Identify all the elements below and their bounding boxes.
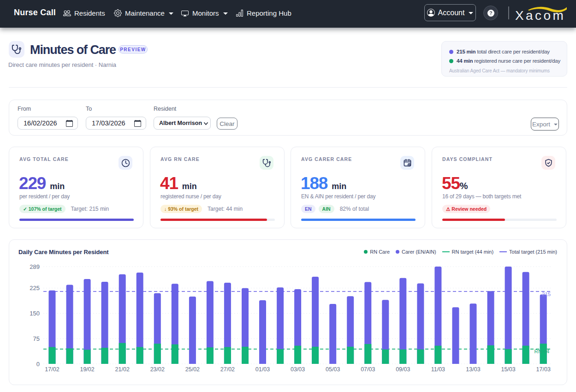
svg-text:25/02: 25/02 [185,366,200,373]
svg-text:27/02: 27/02 [220,366,235,373]
svg-text:RN 44: RN 44 [534,349,550,354]
svg-text:13/03: 13/03 [466,366,480,373]
svg-text:225: 225 [30,285,40,291]
svg-text:15/03: 15/03 [501,366,515,373]
svg-text:289: 289 [30,263,40,270]
svg-text:Xacom: Xacom [515,8,565,23]
svg-text:09/03: 09/03 [396,366,410,373]
svg-text:19/02: 19/02 [80,366,94,373]
svg-text:03/03: 03/03 [291,366,305,373]
svg-text:17/03: 17/03 [536,366,551,373]
svg-text:17/02: 17/02 [45,366,59,373]
svg-text:23/02: 23/02 [150,366,165,373]
svg-text:11/03: 11/03 [431,366,445,373]
svg-text:07/03: 07/03 [361,366,375,373]
svg-text:05/03: 05/03 [326,366,340,373]
svg-text:75: 75 [33,335,40,342]
svg-text:21/02: 21/02 [115,366,130,373]
svg-text:150: 150 [30,310,40,317]
svg-text:0: 0 [36,361,40,368]
svg-text:01/03: 01/03 [255,366,270,373]
svg-text:215: 215 [542,291,551,297]
